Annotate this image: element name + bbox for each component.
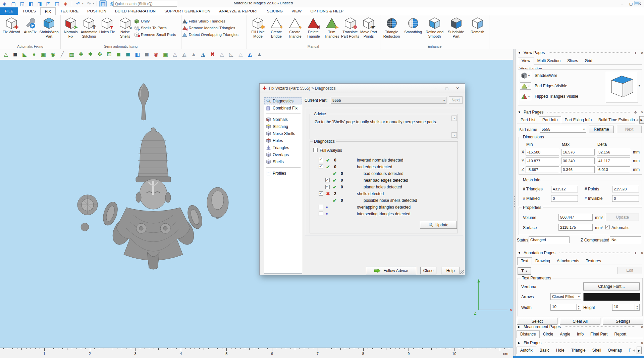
tab-view-slices[interactable]: Slices — [564, 57, 581, 64]
tab-view-multi-section[interactable]: Multi-Section — [534, 57, 564, 64]
fix-wizard-button[interactable]: ✚Fix Wizard — [2, 16, 21, 34]
scroll-down-icon[interactable]: ▼ — [451, 132, 457, 138]
tab-measurement-report[interactable]: Report — [611, 331, 630, 338]
open-project-icon[interactable]: ◱ — [19, 1, 25, 7]
menu-tab-position[interactable]: POSITION — [83, 7, 111, 15]
tab-part-build-time-estimation[interactable]: Build Time Estimation — [595, 117, 635, 124]
translate-part-points-button[interactable]: ✥Translate Part Points — [341, 16, 360, 39]
green-dice-icon[interactable]: ⚄ — [106, 51, 112, 58]
part-name-select[interactable]: 5555▼ — [540, 126, 586, 133]
remesh-button[interactable]: Remesh — [467, 16, 488, 34]
green-triangle-outline-icon[interactable]: △ — [3, 51, 9, 58]
close-icon[interactable]: ✕ — [640, 51, 644, 55]
invisible-field[interactable]: 0 — [612, 195, 639, 202]
orientation-cube-preview[interactable] — [606, 72, 638, 103]
green-grid-cube-icon[interactable]: ▦ — [68, 51, 75, 58]
tab-part-part-fixing-info[interactable]: Part Fixing Info — [561, 117, 595, 124]
dimension-z-min-field[interactable]: -5.667 — [526, 166, 559, 173]
wizard-page-diagnostics[interactable]: Diagnostics — [264, 97, 302, 104]
minimize-button[interactable]: – — [618, 0, 627, 7]
close-button[interactable]: Close — [420, 267, 436, 274]
diagnostic-checkbox[interactable] — [319, 158, 323, 162]
undo-icon[interactable]: ↶ — [75, 1, 82, 7]
diagnostic-checkbox[interactable] — [325, 185, 330, 189]
tab-scroll-right-icon[interactable]: ▶ — [639, 116, 644, 124]
tab-scroll-left-icon[interactable]: ◀ — [633, 349, 635, 352]
zoom-part-icon[interactable]: ◫ — [100, 1, 106, 7]
edit-annotation-button[interactable]: Edit — [618, 267, 642, 274]
surface-field[interactable]: 2118.175 — [558, 224, 593, 231]
green-node-icon[interactable]: ◉ — [50, 51, 56, 58]
text-tool-button[interactable]: T▾ — [518, 267, 531, 275]
normals-fix-button[interactable]: ➤Normals Fix — [62, 16, 80, 39]
delete-part-icon[interactable]: ◈ — [62, 1, 69, 7]
shaded-cube-button[interactable]: ▾ — [520, 72, 531, 79]
holes-fix-button[interactable]: ▼Holes Fix — [98, 16, 116, 34]
update-properties-button[interactable]: Update — [606, 214, 639, 221]
resize-grip[interactable] — [460, 270, 464, 274]
pin-icon[interactable]: ✛ — [633, 51, 638, 55]
view-pages-header[interactable]: ▼ View Pages ✛ ✕ — [516, 50, 644, 56]
green-cube-icon[interactable]: ◼ — [115, 51, 122, 58]
shaded-triangle-icon[interactable]: ◭ — [181, 51, 187, 58]
save-icon[interactable]: ◧ — [28, 1, 34, 7]
width-stepper[interactable]: 10 ▲▼ — [550, 304, 581, 311]
blue-orange-cube-icon[interactable]: ◧ — [134, 51, 141, 58]
menu-tab-analyze-report[interactable]: ANALYZE & REPORT — [215, 7, 263, 15]
tab-fix-basic[interactable]: Basic — [536, 347, 553, 354]
move-part-points-button[interactable]: ☛Move Part Points — [360, 16, 378, 39]
menu-tab-slicing[interactable]: SLICING — [263, 7, 287, 15]
shells-to-parts-button[interactable]: ➤Shells To Parts — [134, 25, 180, 31]
measurement-pages-header[interactable]: ▶ Measurement Pages ✕ — [516, 324, 644, 330]
wizard-page-overlaps[interactable]: Overlaps — [264, 151, 302, 158]
diagnostic-checkbox[interactable] — [325, 178, 330, 182]
spin-down-icon[interactable]: ▼ — [635, 307, 639, 310]
white-triangle-icon[interactable]: △ — [237, 51, 244, 58]
diagnostic-checkbox[interactable] — [319, 165, 323, 169]
dimension-y-max-field[interactable]: 30.240 — [561, 158, 595, 164]
marked-field[interactable]: 0 — [551, 195, 578, 202]
menu-tab-tools[interactable]: TOOLS — [18, 7, 40, 15]
tab-measurement-final-part[interactable]: Final Part — [587, 331, 611, 338]
tab-scroll-left-icon[interactable]: ◀ — [636, 118, 638, 122]
flipped-triangle-button[interactable]: ▾ — [520, 93, 531, 100]
expand-arrow-icon[interactable]: ▶ — [518, 325, 521, 328]
tab-measurement-angle[interactable]: Angle — [556, 331, 574, 338]
cube-preview-dropdown-icon[interactable]: ▾ — [639, 84, 640, 87]
help-button[interactable]: Help — [441, 267, 460, 274]
triangles-field[interactable]: 431512 — [551, 186, 578, 192]
menu-tab-fix[interactable]: FIX — [40, 7, 56, 15]
tab-fix-hole[interactable]: Hole — [553, 347, 568, 354]
fill-hole-mode-button[interactable]: ✱Fill Hole Mode — [249, 16, 267, 39]
close-icon[interactable]: ✕ — [640, 251, 644, 255]
green-clover-icon[interactable]: ✤ — [97, 51, 103, 58]
dialog-maximize-button[interactable]: ▢ — [442, 85, 451, 92]
menu-tab-view[interactable]: VIEW — [287, 7, 306, 15]
tab-view-view[interactable]: View — [518, 57, 534, 65]
import-part-icon[interactable]: ◰ — [45, 1, 52, 7]
wizard-page-triangles[interactable]: Triangles — [264, 144, 302, 151]
green-asterisk-icon[interactable]: ✱ — [87, 51, 94, 58]
dialog-minimize-button[interactable]: – — [431, 85, 441, 92]
spin-up-icon[interactable]: ▲ — [576, 304, 581, 307]
red-ring-cube-icon[interactable]: ◉ — [153, 51, 159, 58]
redo-icon[interactable]: ↷ — [86, 1, 92, 7]
close-icon[interactable]: ✕ — [640, 341, 644, 345]
full-analysis-checkbox[interactable] — [313, 148, 318, 152]
gray-red-cube-icon[interactable]: ◼ — [144, 51, 150, 58]
gray-triangle-icon[interactable]: ▲ — [191, 51, 197, 58]
spin-up-icon[interactable]: ▲ — [635, 304, 639, 307]
noise-shells-button[interactable]: ↘Noise Shells — [116, 16, 134, 39]
tab-measurement-circle[interactable]: Circle — [540, 331, 557, 338]
next-part-button[interactable]: Next — [617, 126, 642, 133]
points-field[interactable]: 215528 — [612, 186, 639, 192]
tab-measurement-info[interactable]: Info — [574, 331, 587, 338]
screenshot-icon[interactable] — [634, 1, 641, 7]
tab-view-grid[interactable]: Grid — [581, 57, 596, 64]
detect-overlapping-triangles-button[interactable]: Detect Overlapping Triangles — [182, 32, 246, 37]
wizard-page-shells[interactable]: Shells — [264, 158, 302, 165]
wizard-page-stitching[interactable]: Stitching — [264, 123, 302, 130]
smoothing-button[interactable]: Smoothing — [402, 16, 424, 34]
chevron-down-icon[interactable]: ▾ — [93, 2, 94, 5]
needle-icon[interactable]: ╱ — [59, 51, 65, 58]
